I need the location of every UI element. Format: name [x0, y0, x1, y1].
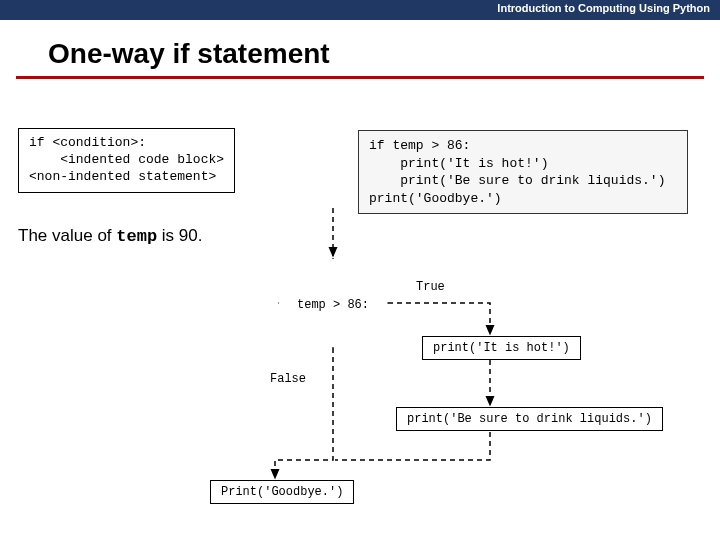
slide-title: One-way if statement [48, 38, 720, 70]
decision-condition: temp > 86: [286, 298, 380, 312]
code-example-box: if temp > 86: print('It is hot!') print(… [358, 130, 688, 214]
flow-box-drink: print('Be sure to drink liquids.') [396, 407, 663, 431]
course-name: Introduction to Computing Using Python [497, 2, 710, 14]
value-var: temp [116, 227, 157, 246]
title-underline [16, 76, 704, 79]
flow-box-goodbye: Print('Goodbye.') [210, 480, 354, 504]
value-suffix: is 90. [157, 226, 202, 245]
value-prefix: The value of [18, 226, 116, 245]
value-sentence: The value of temp is 90. [18, 226, 202, 246]
header-bar: Introduction to Computing Using Python [0, 0, 720, 20]
flowchart-arrows [0, 0, 720, 540]
syntax-box: if <condition>: <indented code block> <n… [18, 128, 235, 193]
false-label: False [268, 372, 308, 386]
true-label: True [416, 280, 445, 294]
flow-box-hot: print('It is hot!') [422, 336, 581, 360]
